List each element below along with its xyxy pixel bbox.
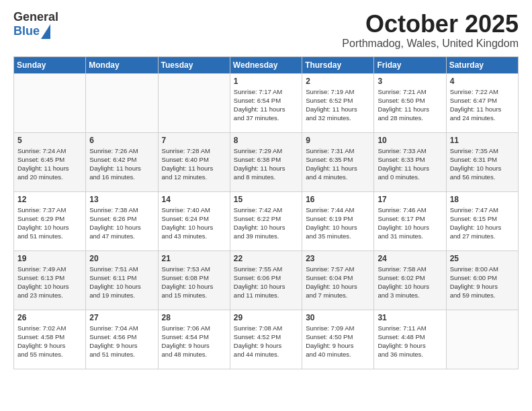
day-info: Sunrise: 7:09 AM Sunset: 4:50 PM Dayligh…: [306, 324, 370, 359]
calendar-cell: 19Sunrise: 7:49 AM Sunset: 6:13 PM Dayli…: [14, 250, 86, 310]
calendar-cell: 13Sunrise: 7:38 AM Sunset: 6:26 PM Dayli…: [86, 191, 158, 250]
calendar-cell: 29Sunrise: 7:08 AM Sunset: 4:52 PM Dayli…: [230, 310, 302, 369]
logo-blue-text: Blue: [13, 25, 40, 38]
day-number: 26: [17, 313, 82, 322]
calendar-cell: 17Sunrise: 7:46 AM Sunset: 6:17 PM Dayli…: [374, 191, 446, 250]
day-number: 30: [306, 313, 370, 322]
calendar-cell: 9Sunrise: 7:31 AM Sunset: 6:35 PM Daylig…: [302, 132, 374, 191]
day-info: Sunrise: 7:33 AM Sunset: 6:33 PM Dayligh…: [378, 146, 442, 182]
day-number: 29: [234, 313, 298, 322]
day-info: Sunrise: 7:49 AM Sunset: 6:13 PM Dayligh…: [17, 265, 82, 300]
calendar-week-row: 1Sunrise: 7:17 AM Sunset: 6:54 PM Daylig…: [14, 73, 519, 132]
calendar-cell: 30Sunrise: 7:09 AM Sunset: 4:50 PM Dayli…: [302, 310, 374, 369]
calendar-cell: 18Sunrise: 7:47 AM Sunset: 6:15 PM Dayli…: [446, 191, 518, 250]
day-number: 25: [450, 254, 515, 263]
calendar-cell: [158, 73, 230, 132]
calendar-cell: [14, 73, 86, 132]
calendar-cell: 10Sunrise: 7:33 AM Sunset: 6:33 PM Dayli…: [374, 132, 446, 191]
calendar-header-wednesday: Wednesday: [230, 56, 302, 73]
calendar-header-tuesday: Tuesday: [158, 56, 230, 73]
day-info: Sunrise: 7:28 AM Sunset: 6:40 PM Dayligh…: [162, 146, 226, 182]
calendar-cell: 26Sunrise: 7:02 AM Sunset: 4:58 PM Dayli…: [14, 310, 86, 369]
month-title: October 2025: [342, 11, 519, 38]
title-area: October 2025 Porthmadog, Wales, United K…: [342, 11, 519, 50]
calendar-header-saturday: Saturday: [446, 56, 518, 73]
calendar-cell: 23Sunrise: 7:57 AM Sunset: 6:04 PM Dayli…: [302, 250, 374, 310]
day-number: 17: [378, 195, 442, 204]
calendar-header-friday: Friday: [374, 56, 446, 73]
logo-triangle-icon: [41, 24, 50, 39]
day-info: Sunrise: 7:17 AM Sunset: 6:54 PM Dayligh…: [234, 87, 298, 123]
calendar-cell: [446, 310, 518, 369]
calendar-cell: 7Sunrise: 7:28 AM Sunset: 6:40 PM Daylig…: [158, 132, 230, 191]
logo-general-text: General: [13, 11, 58, 24]
day-number: 21: [162, 254, 226, 263]
day-number: 5: [17, 136, 82, 145]
calendar-cell: 31Sunrise: 7:11 AM Sunset: 4:48 PM Dayli…: [374, 310, 446, 369]
calendar-header-row: SundayMondayTuesdayWednesdayThursdayFrid…: [14, 56, 519, 73]
day-info: Sunrise: 7:08 AM Sunset: 4:52 PM Dayligh…: [234, 324, 298, 359]
day-info: Sunrise: 7:31 AM Sunset: 6:35 PM Dayligh…: [306, 146, 370, 182]
day-number: 12: [17, 195, 82, 204]
calendar-cell: 6Sunrise: 7:26 AM Sunset: 6:42 PM Daylig…: [86, 132, 158, 191]
day-number: 28: [162, 313, 226, 322]
calendar-cell: 27Sunrise: 7:04 AM Sunset: 4:56 PM Dayli…: [86, 310, 158, 369]
day-number: 9: [306, 136, 370, 145]
calendar-cell: 14Sunrise: 7:40 AM Sunset: 6:24 PM Dayli…: [158, 191, 230, 250]
day-number: 13: [89, 195, 154, 204]
header: General Blue October 2025 Porthmadog, Wa…: [13, 11, 519, 50]
calendar-header-thursday: Thursday: [302, 56, 374, 73]
day-info: Sunrise: 7:04 AM Sunset: 4:56 PM Dayligh…: [89, 324, 154, 359]
day-info: Sunrise: 7:58 AM Sunset: 6:02 PM Dayligh…: [378, 265, 442, 300]
calendar-cell: 4Sunrise: 7:22 AM Sunset: 6:47 PM Daylig…: [446, 73, 518, 132]
day-info: Sunrise: 7:11 AM Sunset: 4:48 PM Dayligh…: [378, 324, 442, 359]
day-info: Sunrise: 7:24 AM Sunset: 6:45 PM Dayligh…: [17, 146, 82, 182]
calendar-cell: 20Sunrise: 7:51 AM Sunset: 6:11 PM Dayli…: [86, 250, 158, 310]
day-number: 6: [89, 136, 154, 145]
day-number: 4: [450, 77, 515, 86]
calendar-cell: 15Sunrise: 7:42 AM Sunset: 6:22 PM Dayli…: [230, 191, 302, 250]
calendar-cell: [86, 73, 158, 132]
day-number: 1: [234, 77, 298, 86]
calendar-cell: 25Sunrise: 8:00 AM Sunset: 6:00 PM Dayli…: [446, 250, 518, 310]
day-info: Sunrise: 7:37 AM Sunset: 6:29 PM Dayligh…: [17, 205, 82, 241]
calendar-header-sunday: Sunday: [14, 56, 86, 73]
calendar-cell: 24Sunrise: 7:58 AM Sunset: 6:02 PM Dayli…: [374, 250, 446, 310]
day-info: Sunrise: 7:02 AM Sunset: 4:58 PM Dayligh…: [17, 324, 82, 359]
day-number: 16: [306, 195, 370, 204]
calendar-header-monday: Monday: [86, 56, 158, 73]
calendar-table: SundayMondayTuesdayWednesdayThursdayFrid…: [13, 56, 519, 369]
calendar-cell: 28Sunrise: 7:06 AM Sunset: 4:54 PM Dayli…: [158, 310, 230, 369]
day-number: 24: [378, 254, 442, 263]
day-info: Sunrise: 7:29 AM Sunset: 6:38 PM Dayligh…: [234, 146, 298, 182]
logo: General Blue: [13, 11, 58, 39]
calendar-cell: 2Sunrise: 7:19 AM Sunset: 6:52 PM Daylig…: [302, 73, 374, 132]
calendar-cell: 12Sunrise: 7:37 AM Sunset: 6:29 PM Dayli…: [14, 191, 86, 250]
day-number: 18: [450, 195, 515, 204]
day-number: 7: [162, 136, 226, 145]
day-info: Sunrise: 7:38 AM Sunset: 6:26 PM Dayligh…: [89, 205, 154, 241]
calendar-cell: 22Sunrise: 7:55 AM Sunset: 6:06 PM Dayli…: [230, 250, 302, 310]
day-number: 14: [162, 195, 226, 204]
calendar-cell: 11Sunrise: 7:35 AM Sunset: 6:31 PM Dayli…: [446, 132, 518, 191]
day-number: 22: [234, 254, 298, 263]
calendar-cell: 16Sunrise: 7:44 AM Sunset: 6:19 PM Dayli…: [302, 191, 374, 250]
location-title: Porthmadog, Wales, United Kingdom: [342, 38, 519, 50]
calendar-week-row: 5Sunrise: 7:24 AM Sunset: 6:45 PM Daylig…: [14, 132, 519, 191]
day-info: Sunrise: 7:40 AM Sunset: 6:24 PM Dayligh…: [162, 205, 226, 241]
day-number: 23: [306, 254, 370, 263]
day-number: 10: [378, 136, 442, 145]
day-number: 31: [378, 313, 442, 322]
day-info: Sunrise: 7:35 AM Sunset: 6:31 PM Dayligh…: [450, 146, 515, 182]
calendar-cell: 3Sunrise: 7:21 AM Sunset: 6:50 PM Daylig…: [374, 73, 446, 132]
day-info: Sunrise: 7:42 AM Sunset: 6:22 PM Dayligh…: [234, 205, 298, 241]
day-info: Sunrise: 7:26 AM Sunset: 6:42 PM Dayligh…: [89, 146, 154, 182]
day-info: Sunrise: 7:55 AM Sunset: 6:06 PM Dayligh…: [234, 265, 298, 300]
day-info: Sunrise: 7:22 AM Sunset: 6:47 PM Dayligh…: [450, 87, 515, 123]
calendar-week-row: 26Sunrise: 7:02 AM Sunset: 4:58 PM Dayli…: [14, 310, 519, 369]
logo-box: General Blue: [13, 11, 58, 39]
day-number: 2: [306, 77, 370, 86]
day-info: Sunrise: 7:46 AM Sunset: 6:17 PM Dayligh…: [378, 205, 442, 241]
day-number: 20: [89, 254, 154, 263]
day-number: 19: [17, 254, 82, 263]
